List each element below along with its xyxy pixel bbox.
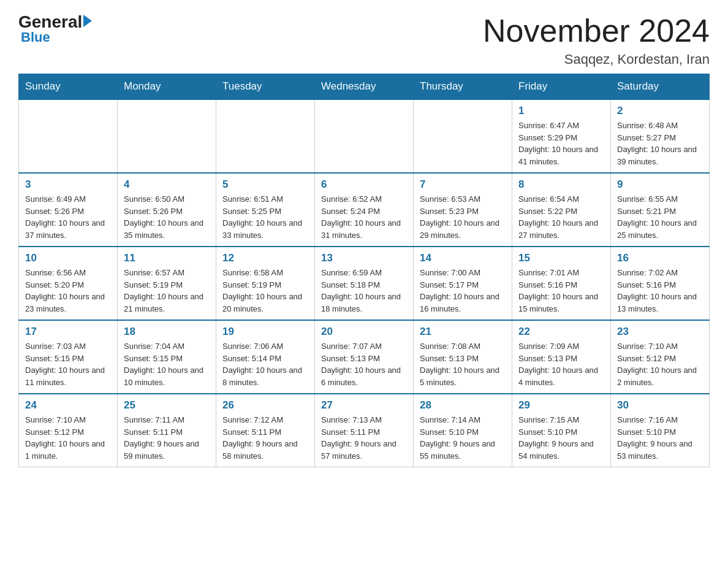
- day-info: Sunrise: 6:48 AMSunset: 5:27 PMDaylight:…: [617, 120, 703, 167]
- day-info: Sunrise: 7:00 AMSunset: 5:17 PMDaylight:…: [420, 267, 506, 315]
- calendar-cell: 1Sunrise: 6:47 AMSunset: 5:29 PMDaylight…: [512, 99, 611, 173]
- calendar-cell: 15Sunrise: 7:01 AMSunset: 5:16 PMDayligh…: [512, 247, 611, 320]
- title-block: November 2024 Saqqez, Kordestan, Iran: [483, 12, 710, 67]
- logo-arrow-icon: [83, 15, 92, 27]
- calendar-cell: 5Sunrise: 6:51 AMSunset: 5:25 PMDaylight…: [216, 173, 315, 247]
- day-number: 19: [222, 326, 308, 338]
- day-info: Sunrise: 7:11 AMSunset: 5:11 PMDaylight:…: [124, 414, 210, 462]
- day-info: Sunrise: 7:10 AMSunset: 5:12 PMDaylight:…: [25, 414, 111, 462]
- calendar-cell: 16Sunrise: 7:02 AMSunset: 5:16 PMDayligh…: [611, 247, 710, 320]
- calendar-cell: 10Sunrise: 6:56 AMSunset: 5:20 PMDayligh…: [19, 247, 118, 320]
- calendar-cell: 17Sunrise: 7:03 AMSunset: 5:15 PMDayligh…: [19, 320, 118, 394]
- day-number: 7: [420, 178, 506, 191]
- calendar-cell: [118, 99, 216, 173]
- calendar-cell: 25Sunrise: 7:11 AMSunset: 5:11 PMDayligh…: [118, 394, 216, 467]
- calendar-cell: 8Sunrise: 6:54 AMSunset: 5:22 PMDaylight…: [512, 173, 611, 247]
- day-info: Sunrise: 7:12 AMSunset: 5:11 PMDaylight:…: [222, 414, 308, 462]
- page-header: General Blue November 2024 Saqqez, Korde…: [18, 12, 710, 67]
- day-number: 11: [124, 252, 210, 264]
- weekday-header-row: SundayMondayTuesdayWednesdayThursdayFrid…: [19, 74, 710, 100]
- day-number: 5: [222, 178, 308, 191]
- day-info: Sunrise: 6:56 AMSunset: 5:20 PMDaylight:…: [25, 267, 111, 315]
- day-number: 26: [222, 399, 308, 412]
- week-row-3: 10Sunrise: 6:56 AMSunset: 5:20 PMDayligh…: [19, 247, 710, 320]
- day-number: 27: [321, 399, 407, 412]
- day-info: Sunrise: 6:55 AMSunset: 5:21 PMDaylight:…: [617, 193, 703, 241]
- calendar-cell: [315, 99, 414, 173]
- weekday-header-wednesday: Wednesday: [315, 74, 414, 100]
- day-info: Sunrise: 7:06 AMSunset: 5:14 PMDaylight:…: [222, 340, 308, 388]
- day-number: 17: [25, 326, 111, 338]
- logo-blue: Blue: [21, 29, 50, 45]
- calendar-cell: 13Sunrise: 6:59 AMSunset: 5:18 PMDayligh…: [315, 247, 414, 320]
- weekday-header-saturday: Saturday: [611, 74, 710, 100]
- weekday-header-friday: Friday: [512, 74, 611, 100]
- calendar-cell: 7Sunrise: 6:53 AMSunset: 5:23 PMDaylight…: [414, 173, 512, 247]
- day-info: Sunrise: 7:16 AMSunset: 5:10 PMDaylight:…: [617, 414, 703, 462]
- weekday-header-sunday: Sunday: [19, 74, 118, 100]
- day-info: Sunrise: 6:52 AMSunset: 5:24 PMDaylight:…: [321, 193, 407, 241]
- calendar-cell: 4Sunrise: 6:50 AMSunset: 5:26 PMDaylight…: [118, 173, 216, 247]
- day-number: 3: [25, 178, 111, 191]
- day-info: Sunrise: 6:49 AMSunset: 5:26 PMDaylight:…: [25, 193, 111, 241]
- calendar-subtitle: Saqqez, Kordestan, Iran: [483, 52, 710, 67]
- weekday-header-tuesday: Tuesday: [216, 74, 315, 100]
- day-number: 25: [124, 399, 210, 412]
- calendar-cell: 24Sunrise: 7:10 AMSunset: 5:12 PMDayligh…: [19, 394, 118, 467]
- calendar-cell: 6Sunrise: 6:52 AMSunset: 5:24 PMDaylight…: [315, 173, 414, 247]
- calendar-cell: [216, 99, 315, 173]
- calendar-cell: 9Sunrise: 6:55 AMSunset: 5:21 PMDaylight…: [611, 173, 710, 247]
- day-info: Sunrise: 7:02 AMSunset: 5:16 PMDaylight:…: [617, 267, 703, 315]
- day-number: 1: [518, 105, 604, 117]
- week-row-4: 17Sunrise: 7:03 AMSunset: 5:15 PMDayligh…: [19, 320, 710, 394]
- calendar-cell: [19, 99, 118, 173]
- calendar-cell: 30Sunrise: 7:16 AMSunset: 5:10 PMDayligh…: [611, 394, 710, 467]
- day-number: 16: [617, 252, 703, 264]
- day-number: 24: [25, 399, 111, 412]
- week-row-1: 1Sunrise: 6:47 AMSunset: 5:29 PMDaylight…: [19, 99, 710, 173]
- day-info: Sunrise: 6:54 AMSunset: 5:22 PMDaylight:…: [518, 193, 604, 241]
- day-info: Sunrise: 6:51 AMSunset: 5:25 PMDaylight:…: [222, 193, 308, 241]
- weekday-header-monday: Monday: [118, 74, 216, 100]
- day-number: 14: [420, 252, 506, 264]
- calendar-cell: 12Sunrise: 6:58 AMSunset: 5:19 PMDayligh…: [216, 247, 315, 320]
- calendar-cell: 19Sunrise: 7:06 AMSunset: 5:14 PMDayligh…: [216, 320, 315, 394]
- day-info: Sunrise: 6:50 AMSunset: 5:26 PMDaylight:…: [124, 193, 210, 241]
- calendar-cell: [414, 99, 512, 173]
- day-number: 4: [124, 178, 210, 191]
- day-info: Sunrise: 6:59 AMSunset: 5:18 PMDaylight:…: [321, 267, 407, 315]
- day-number: 10: [25, 252, 111, 264]
- day-info: Sunrise: 7:04 AMSunset: 5:15 PMDaylight:…: [124, 340, 210, 388]
- day-info: Sunrise: 7:15 AMSunset: 5:10 PMDaylight:…: [518, 414, 604, 462]
- day-info: Sunrise: 7:13 AMSunset: 5:11 PMDaylight:…: [321, 414, 407, 462]
- calendar-table: SundayMondayTuesdayWednesdayThursdayFrid…: [18, 74, 710, 467]
- calendar-cell: 3Sunrise: 6:49 AMSunset: 5:26 PMDaylight…: [19, 173, 118, 247]
- day-info: Sunrise: 7:10 AMSunset: 5:12 PMDaylight:…: [617, 340, 703, 388]
- day-info: Sunrise: 7:03 AMSunset: 5:15 PMDaylight:…: [25, 340, 111, 388]
- day-number: 20: [321, 326, 407, 338]
- calendar-title: November 2024: [483, 12, 710, 49]
- calendar-cell: 26Sunrise: 7:12 AMSunset: 5:11 PMDayligh…: [216, 394, 315, 467]
- calendar-cell: 11Sunrise: 6:57 AMSunset: 5:19 PMDayligh…: [118, 247, 216, 320]
- day-info: Sunrise: 7:07 AMSunset: 5:13 PMDaylight:…: [321, 340, 407, 388]
- calendar-cell: 29Sunrise: 7:15 AMSunset: 5:10 PMDayligh…: [512, 394, 611, 467]
- day-number: 21: [420, 326, 506, 338]
- week-row-2: 3Sunrise: 6:49 AMSunset: 5:26 PMDaylight…: [19, 173, 710, 247]
- calendar-cell: 18Sunrise: 7:04 AMSunset: 5:15 PMDayligh…: [118, 320, 216, 394]
- day-number: 13: [321, 252, 407, 264]
- day-number: 8: [518, 178, 604, 191]
- calendar-cell: 22Sunrise: 7:09 AMSunset: 5:13 PMDayligh…: [512, 320, 611, 394]
- day-number: 15: [518, 252, 604, 264]
- weekday-header-thursday: Thursday: [414, 74, 512, 100]
- calendar-cell: 27Sunrise: 7:13 AMSunset: 5:11 PMDayligh…: [315, 394, 414, 467]
- day-number: 6: [321, 178, 407, 191]
- week-row-5: 24Sunrise: 7:10 AMSunset: 5:12 PMDayligh…: [19, 394, 710, 467]
- calendar-cell: 14Sunrise: 7:00 AMSunset: 5:17 PMDayligh…: [414, 247, 512, 320]
- day-info: Sunrise: 6:47 AMSunset: 5:29 PMDaylight:…: [518, 120, 604, 167]
- calendar-cell: 28Sunrise: 7:14 AMSunset: 5:10 PMDayligh…: [414, 394, 512, 467]
- day-number: 28: [420, 399, 506, 412]
- calendar-cell: 2Sunrise: 6:48 AMSunset: 5:27 PMDaylight…: [611, 99, 710, 173]
- day-info: Sunrise: 6:53 AMSunset: 5:23 PMDaylight:…: [420, 193, 506, 241]
- day-info: Sunrise: 6:57 AMSunset: 5:19 PMDaylight:…: [124, 267, 210, 315]
- day-number: 22: [518, 326, 604, 338]
